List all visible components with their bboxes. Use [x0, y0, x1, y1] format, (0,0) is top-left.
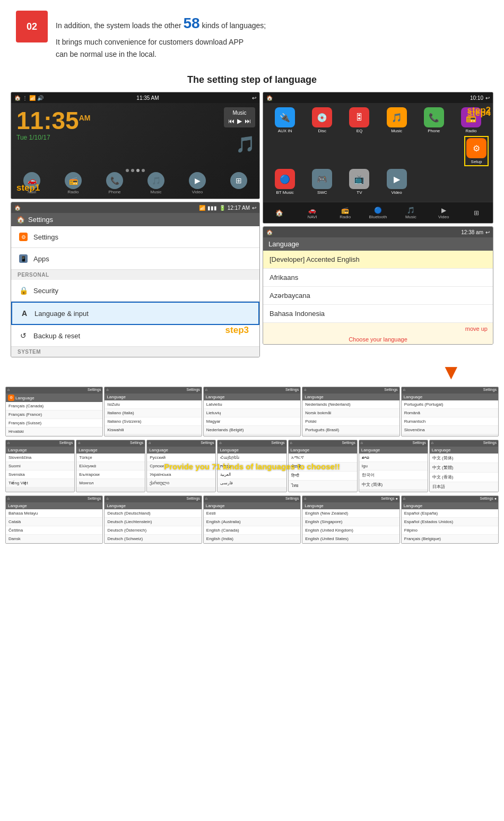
- lang-dev-item[interactable]: [Developer] Accented English: [263, 251, 493, 269]
- r2s1-lang2[interactable]: Suomi: [6, 462, 74, 471]
- settings-item-security[interactable]: 🔒 Security: [11, 280, 259, 302]
- r3s5-lang3[interactable]: Filipino: [402, 526, 498, 535]
- settings-home-icon[interactable]: 🏠: [14, 205, 21, 211]
- settings-item-settings[interactable]: ⚙ Settings: [11, 226, 259, 248]
- r3s5-lang1[interactable]: Español (España): [402, 509, 498, 518]
- app-disc[interactable]: 💿 Disc: [305, 107, 340, 133]
- r3s1-lang3[interactable]: Čeština: [6, 526, 102, 535]
- r2s6-lang1[interactable]: ລາວ: [359, 454, 428, 462]
- r1s5-lang4[interactable]: Slovenčina: [402, 426, 498, 434]
- phone-icon-item[interactable]: 📞 Phone: [106, 172, 123, 194]
- r2s7-lang1[interactable]: 中文 (简体): [430, 454, 498, 463]
- r2s1-lang1[interactable]: Slovenščina: [6, 454, 74, 462]
- nav-video2[interactable]: ▶Video: [427, 202, 460, 223]
- music-icon-item[interactable]: 🎵 Music: [147, 172, 164, 194]
- app-music[interactable]: 🎵 Music: [379, 107, 414, 133]
- nav-grid2[interactable]: ⊞: [460, 202, 493, 223]
- settings-back[interactable]: ↩: [252, 205, 256, 211]
- r1s4-lang3[interactable]: Polski: [302, 417, 399, 426]
- home-icon[interactable]: 🏠: [14, 95, 21, 101]
- r2s1-lang3[interactable]: Svenska: [6, 471, 74, 479]
- back-icon[interactable]: ↩: [252, 95, 256, 101]
- r3s5-lang2[interactable]: Español (Estados Unidos): [402, 518, 498, 526]
- next-icon[interactable]: ⏭: [245, 117, 251, 125]
- r1s2-lang1[interactable]: IsiZulu: [105, 400, 201, 409]
- r2s6-lang3[interactable]: 한국어: [359, 471, 428, 480]
- r3s4-lang2[interactable]: English (Singapore): [302, 518, 399, 526]
- app-swc[interactable]: 🎮 SWC: [305, 169, 340, 195]
- app-back[interactable]: ↩: [485, 95, 490, 101]
- r1s4-lang2[interactable]: Norsk bokmål: [302, 409, 399, 417]
- r1s2-lang4[interactable]: Kiswahili: [105, 426, 201, 434]
- r2s6-lang4[interactable]: 中文 (简体): [359, 480, 428, 490]
- r1s3-lang1[interactable]: Latviešu: [204, 400, 300, 409]
- r2s7-lang3[interactable]: 中文 (香港): [430, 473, 498, 482]
- r1s1-lang1[interactable]: Français (Canada): [6, 402, 102, 410]
- r2s7-lang2[interactable]: 中文 (繁體): [430, 463, 498, 473]
- r2s5-lang1[interactable]: አማርኛ: [289, 454, 357, 463]
- r2s3-lang4[interactable]: ქართული: [147, 479, 215, 488]
- r2s5-lang2[interactable]: नेपाली: [289, 463, 357, 472]
- r3s4-lang3[interactable]: English (United Kingdom): [302, 526, 399, 535]
- r1s2-lang2[interactable]: Italiano (Italia): [105, 409, 201, 417]
- app-btmusic[interactable]: 🔵 BT Music: [267, 169, 302, 195]
- lang-bahasa[interactable]: Bahasa Indonesia: [263, 305, 493, 323]
- r2s4-lang4[interactable]: فارسی: [218, 479, 286, 488]
- r2s3-lang1[interactable]: Русский: [147, 454, 215, 462]
- app-tv[interactable]: 📺 TV: [342, 169, 377, 195]
- app-video[interactable]: ▶ Video: [379, 169, 414, 195]
- r2s2-lang2[interactable]: Ελληνικά: [76, 462, 145, 471]
- nav-navi[interactable]: 🚗NAVI: [296, 202, 329, 223]
- r1s3-lang4[interactable]: Nederlands (België): [204, 426, 300, 434]
- r2s6-lang2[interactable]: Igu: [359, 462, 428, 471]
- settings-item-backup[interactable]: ↺ Backup & reset: [11, 325, 259, 347]
- app-auxin[interactable]: 🔌 AUX IN: [267, 107, 302, 133]
- app-setup[interactable]: ⚙ Setup: [464, 136, 489, 166]
- r2s2-lang1[interactable]: Türkçe: [76, 454, 145, 462]
- r3s1-lang4[interactable]: Dansk: [6, 535, 102, 543]
- prev-icon[interactable]: ⏮: [228, 117, 234, 125]
- grid-icon-item[interactable]: ⊞: [230, 172, 247, 194]
- radio-icon-item[interactable]: 📻 Radio: [65, 172, 82, 194]
- r2s4-lang2[interactable]: עברית: [218, 462, 286, 471]
- r3s2-lang1[interactable]: Deutsch (Deutschland): [105, 509, 201, 518]
- play-icon[interactable]: ▶: [237, 117, 242, 125]
- r2s1-lang4[interactable]: Tiếng Việt: [6, 479, 74, 488]
- r3s1-lang2[interactable]: Català: [6, 518, 102, 526]
- nav-home[interactable]: 🏠: [263, 202, 296, 223]
- r3s3-lang2[interactable]: English (Australia): [204, 518, 300, 526]
- app-eq[interactable]: 🎛 EQ: [342, 107, 377, 133]
- r3s3-lang1[interactable]: Eesti: [204, 509, 300, 518]
- r2s5-lang3[interactable]: हिन्दी: [289, 472, 357, 481]
- r1s1-lang3[interactable]: Français (Suisse): [6, 419, 102, 427]
- r3s3-lang3[interactable]: English (Canada): [204, 526, 300, 535]
- settings-item-apps[interactable]: 📱 Apps: [11, 248, 259, 270]
- r3s3-lang4[interactable]: English (India): [204, 535, 300, 543]
- r3s2-lang4[interactable]: Deutsch (Schweiz): [105, 535, 201, 543]
- r1s2-lang3[interactable]: Italiano (Svizzera): [105, 417, 201, 426]
- r3s5-lang4[interactable]: Français (Belgique): [402, 535, 498, 543]
- lang-azerbaijani[interactable]: Azərbaycana: [263, 287, 493, 305]
- nav-radio2[interactable]: 📻Radio: [329, 202, 362, 223]
- app-phone[interactable]: 📞 Phone: [416, 107, 451, 133]
- video-icon-item[interactable]: ▶ Video: [189, 172, 206, 194]
- r1s3-lang3[interactable]: Magyar: [204, 417, 300, 426]
- r1s4-lang4[interactable]: Português (Brasil): [302, 426, 399, 434]
- r2s4-lang3[interactable]: العربية: [218, 471, 286, 479]
- lang-afrikaans[interactable]: Afrikaans: [263, 269, 493, 287]
- r3s1-lang1[interactable]: Bahasa Melayu: [6, 509, 102, 518]
- r2s5-lang4[interactable]: ไทย: [289, 481, 357, 491]
- nav-music2[interactable]: 🎵Music: [394, 202, 427, 223]
- r3s4-lang1[interactable]: English (New Zealand): [302, 509, 399, 518]
- r1s1-lang4[interactable]: Hrvatski: [6, 427, 102, 436]
- settings-item-language[interactable]: A Language & input: [11, 302, 259, 325]
- settings-home-btn[interactable]: 🏠: [16, 216, 25, 224]
- r3s2-lang3[interactable]: Deutsch (Österreich): [105, 526, 201, 535]
- r2s3-lang2[interactable]: Српски: [147, 462, 215, 471]
- r1s5-lang1[interactable]: Português (Portugal): [402, 400, 498, 409]
- r1s5-lang3[interactable]: Rumantsch: [402, 417, 498, 426]
- r1s1-lang2[interactable]: Français (France): [6, 410, 102, 419]
- lang-back[interactable]: ↩: [485, 229, 490, 235]
- lang-home-icon[interactable]: 🏠: [266, 229, 273, 235]
- r1s4-lang1[interactable]: Nederlands (Nederland): [302, 400, 399, 409]
